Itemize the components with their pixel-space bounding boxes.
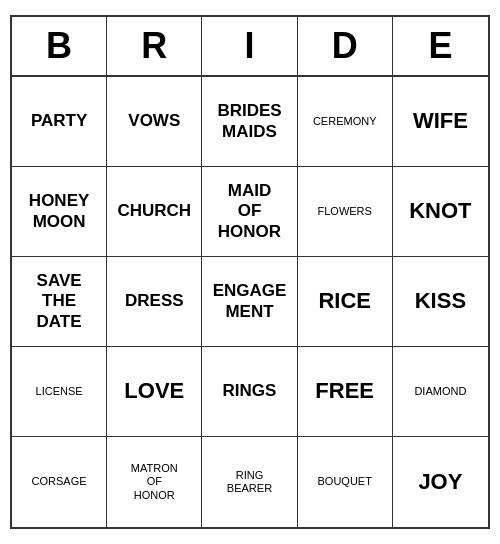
cell-r4-c2: RINGBEARER xyxy=(202,437,297,527)
cell-r0-c2: BRIDESMAIDS xyxy=(202,77,297,167)
cell-r1-c3: FLOWERS xyxy=(298,167,393,257)
header-letter: R xyxy=(107,17,202,75)
cell-r3-c1: LOVE xyxy=(107,347,202,437)
cell-r0-c4: WIFE xyxy=(393,77,488,167)
cell-r1-c4: KNOT xyxy=(393,167,488,257)
cell-r2-c4: KISS xyxy=(393,257,488,347)
cell-r3-c0: LICENSE xyxy=(12,347,107,437)
cell-r3-c2: RINGS xyxy=(202,347,297,437)
bingo-grid: PARTYVOWSBRIDESMAIDSCEREMONYWIFEHONEYMOO… xyxy=(12,77,488,527)
cell-r1-c0: HONEYMOON xyxy=(12,167,107,257)
cell-r1-c2: MAIDOFHONOR xyxy=(202,167,297,257)
cell-r4-c4: JOY xyxy=(393,437,488,527)
header-letter: D xyxy=(298,17,393,75)
cell-r0-c0: PARTY xyxy=(12,77,107,167)
cell-r2-c1: DRESS xyxy=(107,257,202,347)
bingo-card: BRIDE PARTYVOWSBRIDESMAIDSCEREMONYWIFEHO… xyxy=(10,15,490,529)
cell-r3-c3: FREE xyxy=(298,347,393,437)
header-letter: I xyxy=(202,17,297,75)
cell-r1-c1: CHURCH xyxy=(107,167,202,257)
cell-r3-c4: DIAMOND xyxy=(393,347,488,437)
cell-r2-c0: SAVETHEDATE xyxy=(12,257,107,347)
bingo-header: BRIDE xyxy=(12,17,488,77)
cell-r4-c3: BOUQUET xyxy=(298,437,393,527)
cell-r4-c1: MATRONOFHONOR xyxy=(107,437,202,527)
header-letter: B xyxy=(12,17,107,75)
cell-r2-c3: RICE xyxy=(298,257,393,347)
cell-r0-c3: CEREMONY xyxy=(298,77,393,167)
cell-r0-c1: VOWS xyxy=(107,77,202,167)
cell-r4-c0: CORSAGE xyxy=(12,437,107,527)
cell-r2-c2: ENGAGEMENT xyxy=(202,257,297,347)
header-letter: E xyxy=(393,17,488,75)
